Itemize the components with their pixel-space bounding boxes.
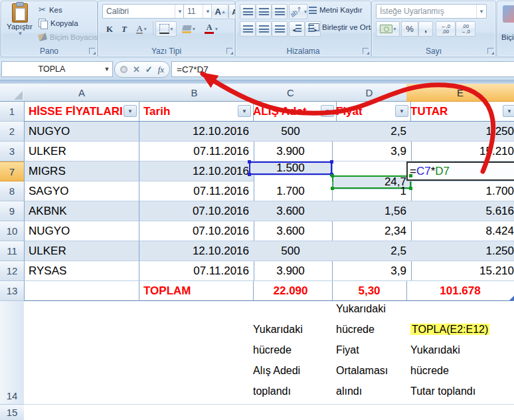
cell[interactable]: 15.210 [406,261,514,281]
cell[interactable]: 2,34 [332,221,412,241]
cell[interactable]: 12.10.2016 [139,241,254,261]
accounting-format-button[interactable]: ▾ [376,21,400,37]
increase-decimal-button[interactable]: ←,0,00 [436,21,456,37]
row-header[interactable]: 10 [0,221,25,241]
cell[interactable]: 1,56 [332,201,412,221]
filter-icon[interactable]: ▼ [503,105,514,117]
cell-b7[interactable]: 12.10.2016 [139,161,254,181]
number-format-combo[interactable]: İsteğe Uyarlanmış ▼ [376,4,487,19]
cell-c14-note[interactable]: Yukarıdaki hücrede Alış Adedi toplandı [249,301,337,405]
font-color-button[interactable]: A ▾ [201,21,222,37]
wrap-text-button[interactable]: Metni Kaydır [309,6,363,14]
cell[interactable]: 3.900 [249,142,333,161]
formula-input[interactable]: =C7*D7 [171,61,514,77]
font-name-combo[interactable]: Calibri ▼ [102,4,185,19]
cell[interactable]: 2,5 [332,241,412,261]
format-painter-button[interactable]: Biçim Boyacısı [39,33,100,41]
cancel-icon[interactable]: ✕ [133,64,140,74]
column-header-e-selected[interactable]: E [406,84,514,102]
row-header-7-selected[interactable]: 7 [0,161,25,181]
cell[interactable]: 1.250 [406,122,514,142]
cell[interactable]: AKBNK [24,201,139,221]
paste-button[interactable]: Yapıştır ▼ [4,3,35,47]
filter-icon[interactable]: ▼ [124,105,137,117]
italic-button[interactable]: T [117,21,131,37]
cell[interactable]: 3.900 [249,261,333,281]
column-header-c[interactable]: C [249,84,333,102]
cell-c13-total[interactable]: 22.090 [249,281,333,301]
row-header-1[interactable]: 1 [0,102,25,122]
cell[interactable]: 1 [332,181,412,201]
cell[interactable]: 15.210 [406,142,514,161]
filter-icon[interactable]: ▼ [321,105,334,117]
decrease-indent-button[interactable]: ◂ [289,21,305,37]
cell-b1[interactable]: Tarih ▼ [139,102,254,122]
filter-icon[interactable]: ▼ [395,105,408,117]
cell-e14-note[interactable]: TOPLA(E2:E12) Yukarıdaki hücrede Tutar t… [406,301,514,405]
decrease-decimal-button[interactable]: ,00→,0 [456,21,475,37]
cell-e13-total[interactable]: 101.678 [406,281,514,301]
select-all-corner[interactable] [0,84,25,102]
filter-icon[interactable]: ▼ [238,105,251,117]
cell[interactable]: 07.11.2016 [139,181,254,201]
align-middle-button[interactable] [256,4,272,19]
row-header-13[interactable]: 13 [0,281,25,301]
cell[interactable]: 2,5 [332,122,412,142]
font-size-combo[interactable]: 11 ▼ [183,4,213,19]
cell[interactable]: 3,9 [332,261,412,281]
cell[interactable]: 12.10.2016 [139,122,254,142]
cell[interactable]: 3.600 [249,221,333,241]
cell[interactable]: ULKER [24,241,139,261]
fill-color-button[interactable]: ▾ [178,21,199,37]
cell[interactable] [332,405,407,420]
cell-c7-referenced[interactable]: 1.500 [249,161,333,175]
cell-e1[interactable]: TUTAR ▼ [406,102,514,122]
align-top-button[interactable] [240,4,256,19]
cell-d14-note[interactable]: Yukarıdaki hücrede Fiyat Ortalaması alın… [332,301,411,405]
cell-b13-toplam[interactable]: TOPLAM [139,281,254,301]
cell[interactable]: 1.700 [406,181,514,201]
cell[interactable]: RYSAS [24,261,139,281]
row-header[interactable]: 12 [0,261,25,281]
number-dialog-launcher-icon[interactable] [487,48,493,54]
percent-style-button[interactable]: % [401,21,418,37]
row-header[interactable]: 11 [0,241,25,261]
name-box[interactable]: TOPLA ▼ [1,61,113,77]
cell[interactable] [139,405,250,420]
grow-font-button[interactable]: A▴ [211,4,228,19]
cut-button[interactable]: ✂ Kes [39,5,62,15]
cell[interactable]: 500 [249,122,333,142]
row-header-15[interactable]: 15 [0,405,25,420]
row-header[interactable]: 3 [0,142,25,161]
cell-b14[interactable] [139,301,250,405]
cell[interactable]: 3,9 [332,142,412,161]
align-bottom-button[interactable] [272,4,288,19]
table-resize-handle-icon[interactable] [509,296,514,300]
cell-a7[interactable]: MIGRS [24,161,139,181]
cell[interactable]: 1.700 [249,181,333,201]
cell[interactable]: 07.11.2016 [139,142,254,161]
cell-a1[interactable]: HİSSE FİYATLARI ▼ [24,102,139,122]
underline-button[interactable]: A ▾ [131,21,151,37]
align-center-button[interactable] [256,21,272,37]
cell-a13[interactable] [24,281,139,301]
cell[interactable]: 8.424 [406,221,514,241]
cell-a14[interactable] [24,301,140,405]
row-header[interactable]: 8 [0,181,25,201]
font-dialog-launcher-icon[interactable] [226,48,232,54]
cell[interactable]: SAGYO [24,181,139,201]
align-right-button[interactable] [272,21,288,37]
orientation-button[interactable]: ab↗ ▾ [289,4,307,19]
cell[interactable]: 3.600 [249,201,333,221]
cell[interactable]: 500 [249,241,333,261]
cell[interactable] [406,405,514,420]
cell[interactable] [24,405,140,420]
borders-button[interactable]: ▾ [155,21,177,37]
column-header-a[interactable]: A [24,84,140,102]
column-header-d[interactable]: D [332,84,407,102]
row-header[interactable]: 9 [0,201,25,221]
cell[interactable]: 5.616 [406,201,514,221]
bold-button[interactable]: K [102,21,117,37]
alignment-dialog-launcher-icon[interactable] [363,48,369,54]
cell[interactable]: 07.10.2016 [139,221,254,241]
